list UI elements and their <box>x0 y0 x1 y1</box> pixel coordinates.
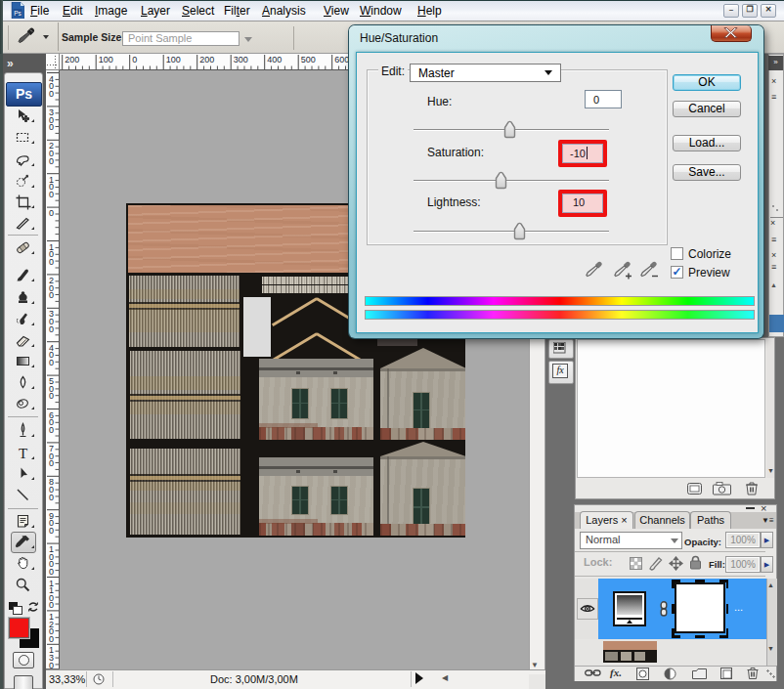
svg-text:0: 0 <box>49 156 54 166</box>
svg-text:0: 0 <box>49 458 54 468</box>
svg-text:600: 600 <box>334 55 349 65</box>
svg-text:0: 0 <box>49 634 54 644</box>
svg-text:0: 0 <box>49 290 54 300</box>
svg-text:0: 0 <box>132 55 137 65</box>
svg-text:0: 0 <box>49 122 54 132</box>
svg-text:0: 0 <box>49 391 54 401</box>
svg-text:200: 200 <box>65 55 79 65</box>
svg-text:0: 0 <box>49 190 54 199</box>
svg-text:400: 400 <box>267 55 282 65</box>
svg-text:T: T <box>19 446 27 461</box>
svg-text:0: 0 <box>49 89 54 99</box>
svg-text:0: 0 <box>49 600 54 610</box>
svg-text:0: 0 <box>49 208 54 218</box>
svg-text:0: 0 <box>49 324 54 334</box>
svg-text:0: 0 <box>49 358 54 367</box>
svg-text:0: 0 <box>49 526 54 536</box>
svg-text:0: 0 <box>49 567 54 577</box>
svg-text:100: 100 <box>166 55 181 65</box>
svg-text:0: 0 <box>49 257 54 267</box>
svg-text:500: 500 <box>301 55 316 65</box>
svg-text:Ps: Ps <box>14 10 22 17</box>
svg-text:300: 300 <box>234 55 248 65</box>
svg-text:0: 0 <box>49 425 54 435</box>
svg-text:0: 0 <box>49 493 54 502</box>
svg-text:100: 100 <box>99 55 113 65</box>
svg-text:200: 200 <box>199 55 214 65</box>
